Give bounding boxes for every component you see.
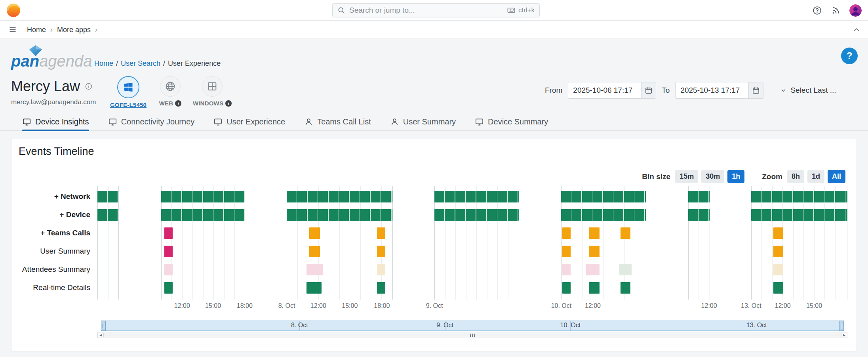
timeline-bar[interactable] (306, 264, 323, 275)
timeline-bar[interactable] (562, 264, 571, 275)
timeline-bar[interactable] (287, 209, 392, 221)
zoom-button-8h[interactable]: 8h (787, 170, 804, 183)
timeline-bar[interactable] (434, 191, 519, 202)
tab-device-insights[interactable]: Device Insights (22, 113, 89, 131)
info-badge-icon[interactable]: i (175, 100, 181, 107)
breadcrumb-home-link[interactable]: Home (94, 59, 113, 68)
timeline-bar[interactable] (164, 282, 173, 294)
zoom-buttons: 8h1dAll (787, 170, 845, 183)
timeline-bar[interactable] (621, 282, 630, 294)
gridline (445, 186, 445, 300)
timeline-bar[interactable] (688, 209, 710, 221)
timeline-bar[interactable] (619, 264, 632, 275)
gridline (603, 186, 604, 300)
timeline-bar[interactable] (589, 227, 600, 239)
device-web[interactable]: WEBi (153, 76, 188, 108)
timeline-bar[interactable] (164, 264, 173, 275)
timeline-scrollbar[interactable]: ◂ ▸ (97, 332, 847, 338)
timeline-bar[interactable] (773, 264, 783, 275)
timeline-bar[interactable] (561, 191, 646, 202)
date-range-controls: From To Select Last ... (545, 82, 836, 99)
tab-user-experience[interactable]: User Experience (213, 113, 285, 131)
timeline-bar[interactable] (287, 191, 392, 202)
gridline (814, 186, 815, 300)
collapse-chevron-icon[interactable] (852, 25, 861, 34)
info-icon[interactable] (85, 82, 93, 90)
news-rss-icon[interactable] (831, 6, 841, 15)
timeline-bar[interactable] (97, 209, 118, 221)
tab-connectivity-journey[interactable]: Connectivity Journey (108, 113, 195, 131)
grafana-logo-icon[interactable] (6, 2, 21, 18)
calendar-button[interactable] (748, 82, 763, 98)
device-label[interactable]: WEBi (159, 100, 182, 107)
breadcrumb-item-home[interactable]: Home (27, 26, 46, 34)
timeline-bar[interactable] (164, 227, 173, 239)
timeline-bar[interactable] (688, 191, 710, 202)
timeline-row-labels: + Network+ Device+ Teams CallsUser Summa… (11, 186, 90, 300)
timeline-bar[interactable] (161, 209, 245, 221)
timeline-bar[interactable] (377, 246, 385, 257)
device-label[interactable]: WINDOWSi (193, 100, 232, 107)
timeline-bar[interactable] (377, 282, 385, 294)
bin-size-button-30m[interactable]: 30m (701, 170, 724, 183)
user-name: Mercy Law (11, 78, 80, 95)
row-label-teams-calls[interactable]: + Teams Calls (40, 224, 90, 242)
help-button[interactable]: ? (841, 48, 858, 64)
search-bar[interactable]: ctrl+k (332, 3, 540, 17)
zoom-button-1d[interactable]: 1d (807, 170, 824, 183)
tab-user-summary[interactable]: User Summary (390, 113, 456, 131)
row-label-device[interactable]: + Device (59, 206, 90, 224)
timeline-bar[interactable] (377, 227, 385, 239)
timeline-bar[interactable] (751, 209, 847, 221)
breadcrumb-item-more-apps[interactable]: More apps (57, 26, 91, 34)
timeline-bar[interactable] (586, 264, 600, 275)
device-label[interactable]: GOFE-L5450 (110, 101, 147, 108)
gridline (108, 186, 108, 300)
menu-icon[interactable] (9, 26, 17, 34)
bin-size-button-1h[interactable]: 1h (727, 170, 744, 183)
scroll-right-arrow-icon[interactable]: ▸ (841, 332, 847, 338)
navigator[interactable]: 8. Oct9. Oct10. Oct13. Oct (101, 321, 844, 331)
zoom-button-all[interactable]: All (828, 170, 845, 183)
scrollbar-thumb[interactable] (103, 333, 841, 337)
timeline-bar[interactable] (97, 191, 118, 202)
timeline-bar[interactable] (377, 264, 385, 275)
tab-device-summary[interactable]: Device Summary (475, 113, 548, 131)
timeline-bar[interactable] (306, 282, 322, 294)
user-avatar[interactable] (849, 4, 862, 17)
timeline-bar[interactable] (621, 227, 630, 239)
breadcrumb-user-search-link[interactable]: User Search (121, 59, 160, 68)
info-badge-icon[interactable]: i (225, 100, 232, 107)
timeline-bar[interactable] (434, 209, 519, 221)
navigator-left-handle[interactable] (101, 321, 106, 331)
help-icon[interactable] (812, 6, 822, 15)
timeline-bar[interactable] (751, 191, 847, 202)
to-date-input[interactable] (676, 82, 748, 98)
select-last-dropdown[interactable]: Select Last ... (779, 86, 836, 95)
navigator-right-handle[interactable] (839, 321, 844, 331)
gridline (835, 186, 836, 300)
timeline-bar[interactable] (164, 246, 173, 257)
timeline-bar[interactable] (309, 227, 320, 239)
timeline-bar[interactable] (773, 227, 783, 239)
timeline-bar[interactable] (562, 282, 571, 294)
scroll-left-arrow-icon[interactable]: ◂ (98, 332, 103, 338)
calendar-button[interactable] (641, 82, 656, 98)
timeline-bar[interactable] (773, 282, 783, 294)
device-gofe-l5450[interactable]: GOFE-L5450 (111, 76, 146, 108)
timeline-bar[interactable] (309, 246, 320, 257)
timeline-bar[interactable] (561, 209, 646, 221)
from-date-input[interactable] (568, 82, 641, 98)
device-windows[interactable]: WINDOWSi (195, 76, 230, 108)
timeline-bar[interactable] (589, 246, 600, 257)
row-label-network[interactable]: + Network (54, 187, 90, 206)
search-input[interactable] (349, 6, 503, 15)
timeline-bar[interactable] (773, 246, 783, 257)
timeline-plot[interactable] (97, 186, 847, 300)
timeline-bar[interactable] (562, 246, 571, 257)
timeline-bar[interactable] (161, 191, 245, 202)
bin-size-button-15m[interactable]: 15m (675, 170, 698, 183)
tab-teams-call-list[interactable]: Teams Call List (304, 113, 371, 131)
timeline-bar[interactable] (589, 282, 600, 294)
timeline-bar[interactable] (562, 227, 571, 239)
